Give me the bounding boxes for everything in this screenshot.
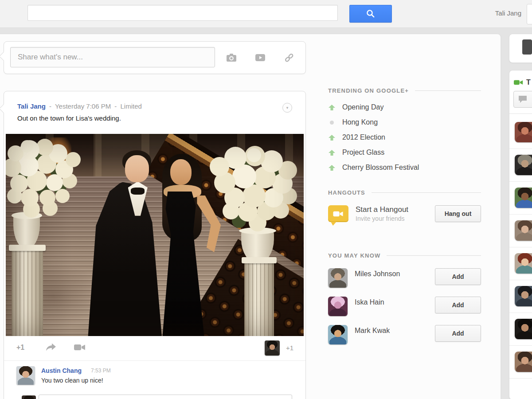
person-avatar[interactable] xyxy=(328,268,348,288)
share-arrow-icon xyxy=(46,343,56,352)
hangout-row: Start a Hangout Invite your friends Hang… xyxy=(328,205,481,227)
add-person-button[interactable]: Add xyxy=(435,325,481,342)
post-separator: - xyxy=(114,102,117,110)
add-photo-button[interactable] xyxy=(225,51,238,64)
trend-up-icon xyxy=(328,135,335,141)
contact-avatar[interactable] xyxy=(515,155,532,175)
hangout-heading: Start a Hangout xyxy=(356,205,408,214)
post-timestamp: Yesterday 7:06 PM xyxy=(55,102,111,110)
suggested-person-row: Miles Johnson Add xyxy=(328,268,481,288)
green-video-camera-icon xyxy=(514,79,523,86)
contact-avatar[interactable] xyxy=(515,286,532,306)
comment-avatar[interactable] xyxy=(16,366,35,385)
notification-card[interactable] xyxy=(509,34,532,63)
post-card: Tali Jang - Yesterday 7:06 PM - Limited … xyxy=(4,91,306,399)
post-header: Tali Jang - Yesterday 7:06 PM - Limited xyxy=(17,102,142,110)
chat-contact[interactable] xyxy=(509,181,532,215)
person-name[interactable]: Mark Kwak xyxy=(355,327,390,335)
link-icon xyxy=(283,52,295,63)
trending-item[interactable]: 2012 Election xyxy=(328,130,481,145)
top-bar: Tali Jang xyxy=(0,0,532,28)
comment-time: 7:53 PM xyxy=(91,368,111,374)
add-person-button[interactable]: Add xyxy=(435,297,481,313)
hangouts-title: HANGOUTS xyxy=(328,189,365,196)
chat-contact[interactable] xyxy=(509,345,532,379)
trending-item[interactable]: Project Glass xyxy=(328,145,481,160)
contact-avatar[interactable] xyxy=(515,352,532,372)
trend-up-icon xyxy=(328,165,335,171)
hangout-texts: Start a Hangout Invite your friends xyxy=(356,205,408,222)
trend-up-icon xyxy=(328,105,335,110)
trend-flat-icon xyxy=(328,121,335,125)
trending-list: Opening Day Hong Kong 2012 Election Proj… xyxy=(328,100,481,175)
comment-author-link[interactable]: Austin Chang xyxy=(41,367,82,374)
chat-contact[interactable] xyxy=(509,116,532,149)
chat-contact[interactable] xyxy=(509,313,532,346)
post-text: Out on the town for Lisa's wedding. xyxy=(17,114,121,122)
chat-button[interactable] xyxy=(513,91,532,108)
chat-contact[interactable] xyxy=(509,149,532,182)
notification-icon xyxy=(522,39,532,55)
post-divider xyxy=(4,360,305,361)
plus-one-avatar[interactable] xyxy=(265,340,280,356)
camera-icon xyxy=(226,52,237,63)
post-separator: - xyxy=(49,102,51,110)
trending-header: TRENDING ON GOOGLE+ xyxy=(328,86,481,94)
suggested-person-row: Mark Kwak Add xyxy=(328,325,481,344)
chat-bubble-icon xyxy=(518,95,527,103)
topbar-avatar[interactable] xyxy=(527,4,532,24)
post-author-link[interactable]: Tali Jang xyxy=(17,102,46,110)
add-link-button[interactable] xyxy=(282,51,296,64)
plus-one-button[interactable]: +1 xyxy=(16,344,24,352)
trending-item[interactable]: Hong Kong xyxy=(328,115,481,130)
photo-vignette xyxy=(6,134,304,336)
trend-up-icon xyxy=(328,150,335,156)
comment-input[interactable] xyxy=(39,395,292,399)
hangout-subheading: Invite your friends xyxy=(356,215,408,222)
contact-avatar[interactable] xyxy=(515,188,532,208)
roster-header: T xyxy=(514,78,531,86)
search-icon xyxy=(365,8,376,19)
chat-contact[interactable] xyxy=(509,214,532,247)
contact-avatar[interactable] xyxy=(515,253,532,274)
search-input[interactable] xyxy=(27,5,338,21)
trending-title: TRENDING ON GOOGLE+ xyxy=(328,87,409,94)
person-name[interactable]: Iska Hain xyxy=(355,298,384,306)
you-may-know-header: YOU MAY KNOW xyxy=(328,251,481,259)
contact-avatar[interactable] xyxy=(515,319,532,339)
right-sidebar: TRENDING ON GOOGLE+ Opening Day Hong Kon… xyxy=(328,86,481,344)
topbar-user-name[interactable]: Tali Jang xyxy=(473,9,521,17)
post-photo[interactable] xyxy=(6,134,304,336)
video-camera-icon xyxy=(74,344,86,351)
chat-contact[interactable] xyxy=(509,247,532,280)
person-avatar[interactable] xyxy=(328,297,348,316)
roster-divider xyxy=(509,113,532,114)
post-options-button[interactable]: ▾ xyxy=(282,103,292,113)
hangouts-rule xyxy=(372,192,481,193)
roster-header-label: T xyxy=(526,78,531,86)
chat-contact[interactable] xyxy=(509,280,532,313)
search-button[interactable] xyxy=(349,5,392,23)
trending-item[interactable]: Cherry Blossom Festival xyxy=(328,160,481,175)
person-name[interactable]: Miles Johnson xyxy=(355,270,400,278)
hangout-bubble-icon xyxy=(328,205,348,222)
video-icon xyxy=(254,52,266,63)
add-video-button[interactable] xyxy=(254,51,267,64)
suggested-person-row: Iska Hain Add xyxy=(328,297,481,316)
hang-out-button[interactable]: Hang out xyxy=(435,205,481,222)
hangout-action-button[interactable] xyxy=(74,344,86,353)
share-input[interactable] xyxy=(10,47,215,67)
contact-avatar[interactable] xyxy=(515,220,532,241)
comment-input-avatar xyxy=(22,395,36,399)
post-audience: Limited xyxy=(121,102,142,110)
contact-avatar[interactable] xyxy=(515,122,532,142)
chevron-down-icon: ▾ xyxy=(286,106,289,110)
person-avatar[interactable] xyxy=(328,325,348,344)
add-person-button[interactable]: Add xyxy=(435,268,481,285)
you-may-know-title: YOU MAY KNOW xyxy=(328,252,380,259)
post-action-bar: +1 +1 xyxy=(4,336,305,361)
video-camera-icon xyxy=(333,211,344,217)
trending-item[interactable]: Opening Day xyxy=(328,100,481,115)
you-may-know-rule xyxy=(387,255,481,256)
share-button[interactable] xyxy=(46,343,56,354)
